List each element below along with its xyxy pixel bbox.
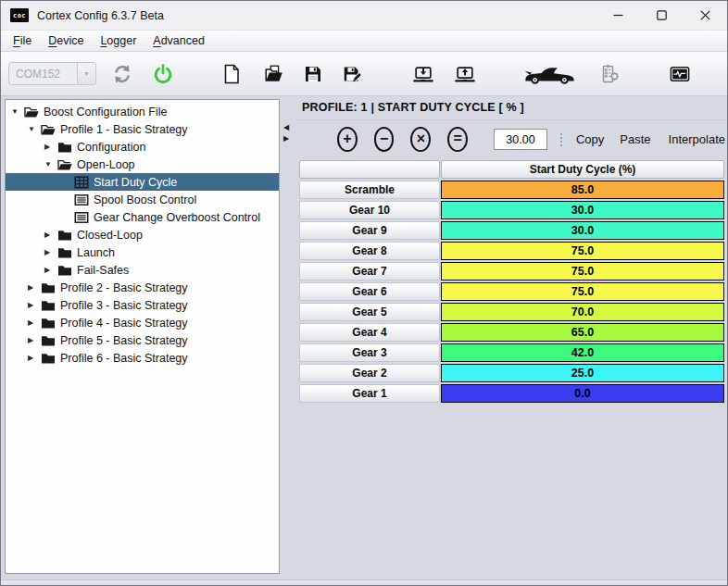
- add-button[interactable]: +: [337, 127, 358, 152]
- table-row: Gear 10.0: [299, 384, 725, 403]
- menu-file[interactable]: File: [5, 32, 40, 49]
- tree-item-label: Open-Loop: [77, 158, 135, 171]
- cell-value[interactable]: 42.0: [441, 343, 724, 362]
- menu-advanced[interactable]: Advanced: [144, 32, 213, 49]
- cell-value[interactable]: 65.0: [441, 323, 724, 342]
- minimize-button[interactable]: [596, 1, 640, 30]
- save-as-icon[interactable]: [342, 62, 364, 86]
- value-input[interactable]: [494, 129, 547, 150]
- tree-item-label: Gear Change Overboost Control: [94, 211, 260, 224]
- cell-value[interactable]: 75.0: [441, 262, 724, 281]
- collapse-icon[interactable]: ▼: [28, 125, 40, 133]
- equals-button[interactable]: =: [447, 127, 468, 152]
- paste-button[interactable]: Paste: [620, 132, 650, 146]
- tree-item-profile-3-basic-strategy[interactable]: ▶Profile 3 - Basic Strategy: [6, 296, 279, 314]
- cell-value[interactable]: 30.0: [441, 221, 724, 240]
- folder-open-icon: [40, 123, 56, 136]
- cell-value[interactable]: 85.0: [441, 181, 724, 199]
- monitor-icon[interactable]: [669, 62, 691, 86]
- app-icon: coc: [10, 8, 29, 22]
- tree-item-label: Closed-Loop: [77, 229, 143, 242]
- tree-item-label: Start Duty Cycle: [94, 176, 177, 189]
- refresh-icon[interactable]: [111, 62, 133, 86]
- cell-value[interactable]: 30.0: [441, 201, 724, 219]
- table-row: Gear 1030.0: [299, 201, 725, 219]
- config-tree-panel: ▼Boost Configuration File▼Profile 1 - Ba…: [5, 99, 280, 574]
- cell-value[interactable]: 70.0: [441, 303, 724, 321]
- tree-item-launch[interactable]: ▶Launch: [6, 243, 279, 261]
- multiply-button[interactable]: ×: [410, 127, 431, 152]
- maximize-button[interactable]: [640, 1, 684, 30]
- expand-icon[interactable]: ▶: [44, 266, 56, 274]
- tree-item-profile-1-basic-strategy[interactable]: ▼Profile 1 - Basic Strategy: [6, 120, 279, 138]
- row-label: Gear 4: [299, 323, 440, 342]
- expand-icon[interactable]: ▶: [28, 283, 40, 292]
- new-file-icon[interactable]: [220, 62, 243, 86]
- tree-item-gear-change-overboost-control[interactable]: Gear Change Overboost Control: [6, 208, 279, 226]
- tree-item-profile-2-basic-strategy[interactable]: ▶Profile 2 - Basic Strategy: [6, 279, 279, 296]
- title-bar: coc Cortex Config 6.3.7 Beta: [1, 1, 727, 31]
- expand-right-icon[interactable]: ▶: [283, 135, 289, 143]
- menu-logger[interactable]: Logger: [92, 32, 144, 49]
- toolbar: COM152 ▼: [1, 52, 727, 96]
- expand-icon[interactable]: ▶: [28, 301, 40, 309]
- column-header: Start Duty Cycle (%): [441, 160, 724, 179]
- save-icon[interactable]: [302, 62, 324, 86]
- edit-controls: + − × = Copy Paste Interpolate: [295, 125, 725, 154]
- table-row: Gear 875.0: [299, 242, 725, 260]
- upload-device-icon[interactable]: [454, 62, 476, 86]
- tree-item-start-duty-cycle[interactable]: Start Duty Cycle: [6, 173, 279, 191]
- collapse-icon[interactable]: ▼: [11, 107, 23, 116]
- cell-value[interactable]: 25.0: [441, 364, 724, 382]
- tree-item-profile-5-basic-strategy[interactable]: ▶Profile 5 - Basic Strategy: [6, 331, 279, 349]
- cell-value[interactable]: 75.0: [441, 282, 724, 301]
- expand-icon[interactable]: ▶: [28, 354, 40, 362]
- download-device-icon[interactable]: [412, 62, 434, 86]
- menu-device[interactable]: Device: [40, 32, 92, 49]
- row-label: Gear 8: [299, 242, 440, 260]
- power-icon[interactable]: [152, 62, 174, 86]
- tree-item-closed-loop[interactable]: ▶Closed-Loop: [6, 226, 279, 243]
- close-button[interactable]: [684, 1, 727, 30]
- tree-item-configuration[interactable]: ▶Configuration: [6, 138, 279, 156]
- subtract-button[interactable]: −: [374, 127, 395, 152]
- folder-closed-icon: [40, 352, 56, 365]
- tree-item-label: Profile 5 - Basic Strategy: [60, 334, 188, 347]
- window-title: Cortex Config 6.3.7 Beta: [37, 9, 164, 22]
- expand-icon[interactable]: ▶: [44, 231, 56, 239]
- cell-value[interactable]: 75.0: [441, 242, 724, 260]
- tree-item-fail-safes[interactable]: ▶Fail-Safes: [6, 261, 279, 279]
- expand-icon[interactable]: ▶: [28, 318, 40, 327]
- interpolate-button[interactable]: Interpolate: [669, 132, 725, 146]
- row-label: Gear 10: [299, 201, 440, 219]
- collapse-icon[interactable]: ▼: [44, 160, 56, 168]
- tree-item-open-loop[interactable]: ▼Open-Loop: [6, 156, 279, 173]
- copy-button[interactable]: Copy: [576, 132, 604, 146]
- expand-icon[interactable]: ▶: [44, 143, 56, 151]
- separator-dots: [560, 133, 562, 146]
- splitter[interactable]: ◀ ▶: [280, 96, 295, 580]
- row-label: Gear 3: [299, 343, 440, 362]
- vehicle-icon[interactable]: [524, 62, 576, 86]
- collapse-left-icon[interactable]: ◀: [283, 124, 289, 131]
- expand-icon[interactable]: ▶: [28, 336, 40, 344]
- tree-item-profile-4-basic-strategy[interactable]: ▶Profile 4 - Basic Strategy: [6, 314, 279, 331]
- tree-item-spool-boost-control[interactable]: Spool Boost Control: [6, 191, 279, 208]
- row-label: Gear 6: [299, 282, 440, 301]
- tree-item-boost-configuration-file[interactable]: ▼Boost Configuration File: [6, 103, 279, 120]
- cell-value[interactable]: 0.0: [441, 384, 724, 403]
- tree-item-profile-6-basic-strategy[interactable]: ▶Profile 6 - Basic Strategy: [6, 349, 279, 367]
- tree-item-label: Profile 3 - Basic Strategy: [60, 299, 188, 312]
- list-icon: [73, 193, 89, 206]
- row-header-spacer: [299, 160, 440, 179]
- folder-closed-icon: [40, 317, 56, 330]
- expand-icon[interactable]: ▶: [44, 248, 56, 256]
- table-row: Gear 570.0: [299, 303, 725, 321]
- folder-closed-icon: [56, 141, 72, 154]
- device-settings-icon[interactable]: [598, 62, 621, 86]
- folder-closed-icon: [40, 281, 56, 294]
- folder-open-icon: [23, 106, 39, 118]
- open-file-icon[interactable]: [263, 62, 285, 86]
- com-port-select[interactable]: COM152 ▼: [8, 62, 96, 85]
- panel-title: PROFILE: 1 | START DUTY CYCLE [ % ]: [302, 101, 524, 114]
